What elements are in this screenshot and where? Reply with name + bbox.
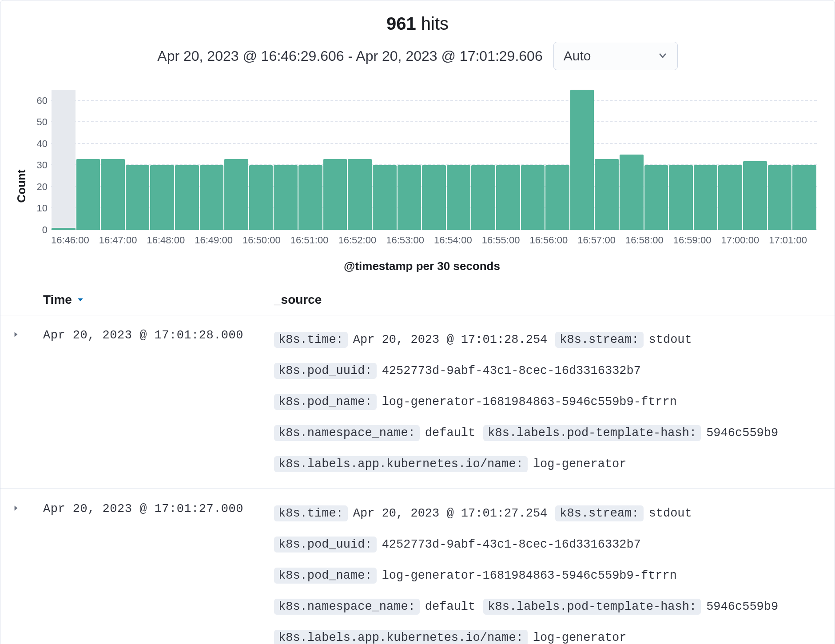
histogram-bar[interactable] xyxy=(224,79,248,230)
field-key: k8s.labels.app.kubernetes.io/name: xyxy=(274,456,528,472)
table-row: Apr 20, 2023 @ 17:01:27.000k8s.time:Apr … xyxy=(0,489,835,644)
field-key: k8s.labels.app.kubernetes.io/name: xyxy=(274,630,528,644)
histogram-bar[interactable] xyxy=(471,79,495,230)
field-value: log-generator xyxy=(533,457,627,471)
x-tick: 16:57:00 xyxy=(577,235,625,246)
field-key: k8s.stream: xyxy=(555,505,643,521)
histogram-bar[interactable] xyxy=(496,79,520,230)
histogram-bar[interactable] xyxy=(150,79,174,230)
histogram-bar[interactable] xyxy=(76,79,100,230)
histogram-bar[interactable] xyxy=(126,79,150,230)
histogram-bar[interactable] xyxy=(323,79,347,230)
histogram-bar[interactable] xyxy=(101,79,125,230)
x-tick: 16:55:00 xyxy=(482,235,530,246)
histogram-bar[interactable] xyxy=(398,79,421,230)
y-tick: 30 xyxy=(24,159,48,171)
field-key: k8s.labels.pod-template-hash: xyxy=(483,599,701,615)
x-tick: 16:54:00 xyxy=(434,235,482,246)
interval-select[interactable]: Auto xyxy=(553,42,678,70)
row-timestamp: Apr 20, 2023 @ 17:01:27.000 xyxy=(43,501,274,644)
table-body: Apr 20, 2023 @ 17:01:28.000k8s.time:Apr … xyxy=(0,315,835,644)
field[interactable]: k8s.labels.pod-template-hash:5946c559b9 xyxy=(483,420,778,446)
field[interactable]: k8s.stream:stdout xyxy=(555,501,692,526)
histogram-bar[interactable] xyxy=(743,79,767,230)
field[interactable]: k8s.labels.pod-template-hash:5946c559b9 xyxy=(483,594,778,620)
expand-row-button[interactable] xyxy=(12,327,43,477)
field-value: Apr 20, 2023 @ 17:01:27.254 xyxy=(353,507,547,520)
histogram-bar[interactable] xyxy=(447,79,471,230)
field-value: default xyxy=(425,600,475,613)
x-tick: 16:49:00 xyxy=(195,235,243,246)
field-value: Apr 20, 2023 @ 17:01:28.254 xyxy=(353,333,547,346)
y-tick: 10 xyxy=(24,203,48,214)
column-header-source[interactable]: _source xyxy=(274,293,826,307)
field-key: k8s.pod_name: xyxy=(274,394,377,410)
histogram-bar[interactable] xyxy=(274,79,298,230)
histogram-bar[interactable] xyxy=(718,79,742,230)
y-axis-ticks: 0102030405060 xyxy=(24,79,48,230)
chevron-down-icon xyxy=(658,48,668,64)
field-value: stdout xyxy=(649,507,692,520)
hits-label: hits xyxy=(421,14,449,33)
field[interactable]: k8s.labels.app.kubernetes.io/name:log-ge… xyxy=(274,451,627,477)
field[interactable]: k8s.stream:stdout xyxy=(555,327,692,353)
field-value: log-generator-1681984863-5946c559b9-ftrr… xyxy=(382,569,677,582)
field-key: k8s.namespace_name: xyxy=(274,599,420,615)
histogram-bar[interactable] xyxy=(792,79,816,230)
histogram-bar[interactable] xyxy=(200,79,224,230)
histogram-bar[interactable] xyxy=(595,79,619,230)
column-header-time[interactable]: Time xyxy=(43,293,274,307)
field-value: stdout xyxy=(649,333,692,346)
field-key: k8s.labels.pod-template-hash: xyxy=(483,425,701,441)
sort-desc-icon xyxy=(76,293,84,307)
field[interactable]: k8s.pod_name:log-generator-1681984863-59… xyxy=(274,563,677,588)
histogram-bar[interactable] xyxy=(298,79,322,230)
row-source: k8s.time:Apr 20, 2023 @ 17:01:28.254k8s.… xyxy=(274,327,824,477)
field-key: k8s.pod_uuid: xyxy=(274,537,377,553)
field[interactable]: k8s.time:Apr 20, 2023 @ 17:01:27.254 xyxy=(274,501,547,526)
table-row: Apr 20, 2023 @ 17:01:28.000k8s.time:Apr … xyxy=(0,315,835,489)
histogram-bar[interactable] xyxy=(570,79,594,230)
x-tick: 17:01:00 xyxy=(769,235,817,246)
field-key: k8s.time: xyxy=(274,505,348,521)
plot-area: 0102030405060 xyxy=(51,79,817,230)
field[interactable]: k8s.pod_name:log-generator-1681984863-59… xyxy=(274,389,677,415)
field[interactable]: k8s.namespace_name:default xyxy=(274,594,475,620)
histogram-bar[interactable] xyxy=(348,79,372,230)
histogram-bar[interactable] xyxy=(694,79,718,230)
x-tick: 16:46:00 xyxy=(51,235,99,246)
field-value: 4252773d-9abf-43c1-8cec-16d3316332b7 xyxy=(382,538,641,551)
histogram-bar[interactable] xyxy=(175,79,199,230)
y-tick: 50 xyxy=(24,116,48,128)
field-key: k8s.stream: xyxy=(555,332,643,348)
histogram-bar[interactable] xyxy=(545,79,569,230)
x-tick: 16:52:00 xyxy=(338,235,386,246)
field-key: k8s.pod_uuid: xyxy=(274,363,377,379)
histogram-bar[interactable] xyxy=(422,79,446,230)
histogram-bar[interactable] xyxy=(768,79,792,230)
field-key: k8s.time: xyxy=(274,332,348,348)
field[interactable]: k8s.namespace_name:default xyxy=(274,420,475,446)
histogram-bar[interactable] xyxy=(620,79,644,230)
field-key: k8s.pod_name: xyxy=(274,568,377,584)
x-axis-ticks: 16:46:0016:47:0016:48:0016:49:0016:50:00… xyxy=(51,230,817,246)
histogram-chart[interactable]: Count 0102030405060 16:46:0016:47:0016:4… xyxy=(0,79,835,293)
histogram-bar[interactable] xyxy=(52,79,76,230)
y-tick: 40 xyxy=(24,138,48,150)
row-timestamp: Apr 20, 2023 @ 17:01:28.000 xyxy=(43,327,274,477)
histogram-bar[interactable] xyxy=(373,79,397,230)
field[interactable]: k8s.pod_uuid:4252773d-9abf-43c1-8cec-16d… xyxy=(274,358,641,384)
histogram-bar[interactable] xyxy=(644,79,668,230)
histogram-bar[interactable] xyxy=(521,79,545,230)
field[interactable]: k8s.labels.app.kubernetes.io/name:log-ge… xyxy=(274,625,627,644)
x-tick: 16:48:00 xyxy=(147,235,195,246)
field[interactable]: k8s.time:Apr 20, 2023 @ 17:01:28.254 xyxy=(274,327,547,353)
x-axis-title: @timestamp per 30 seconds xyxy=(27,246,817,284)
histogram-bar[interactable] xyxy=(669,79,693,230)
row-source: k8s.time:Apr 20, 2023 @ 17:01:27.254k8s.… xyxy=(274,501,824,644)
field[interactable]: k8s.pod_uuid:4252773d-9abf-43c1-8cec-16d… xyxy=(274,532,641,557)
histogram-bar[interactable] xyxy=(249,79,273,230)
hits-summary: 961 hits xyxy=(0,0,835,42)
expand-row-button[interactable] xyxy=(12,501,43,644)
y-tick: 20 xyxy=(24,181,48,193)
